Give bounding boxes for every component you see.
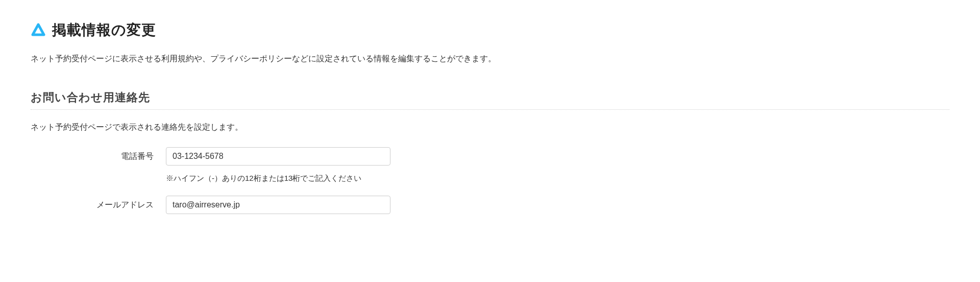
email-form-row: メールアドレス (31, 196, 949, 214)
phone-input[interactable] (166, 147, 390, 166)
phone-form-row: 電話番号 ※ハイフン（-）ありの12桁または13桁でご記入ください (31, 147, 949, 183)
section-divider (31, 109, 949, 110)
phone-field-wrapper: ※ハイフン（-）ありの12桁または13桁でご記入ください (166, 147, 390, 183)
phone-label: 電話番号 (31, 147, 166, 162)
triangle-icon (31, 23, 46, 37)
contact-section-title: お問い合わせ用連絡先 (31, 90, 949, 105)
page-header: 掲載情報の変更 (31, 20, 949, 40)
email-label: メールアドレス (31, 196, 166, 210)
email-field-wrapper (166, 196, 390, 214)
page-description: ネット予約受付ページに表示させる利用規約や、プライバシーポリシーなどに設定されて… (31, 52, 949, 65)
phone-hint: ※ハイフン（-）ありの12桁または13桁でご記入ください (166, 174, 390, 183)
email-input[interactable] (166, 196, 390, 214)
page-title: 掲載情報の変更 (52, 20, 156, 40)
contact-section-description: ネット予約受付ページで表示される連絡先を設定します。 (31, 122, 949, 133)
